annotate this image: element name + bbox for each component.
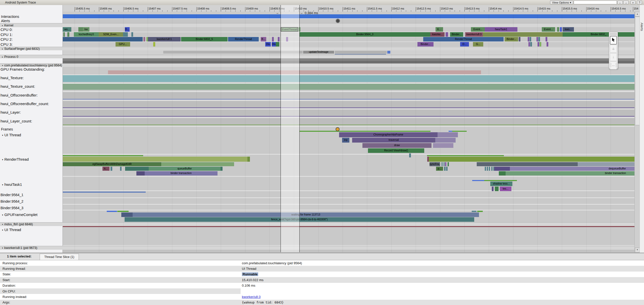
trace-slice[interactable] [276, 42, 279, 47]
trace-slice[interactable]: Event... [542, 27, 555, 32]
trace-slice[interactable]: traversal [352, 138, 435, 143]
trace-slice[interactable] [67, 32, 69, 37]
trace-slice[interactable]: Dis [265, 42, 271, 47]
trace-slice[interactable]: Binder... [505, 37, 518, 41]
trace-slice[interactable] [335, 54, 386, 55]
alert-marker[interactable]: ⚠ [336, 19, 340, 23]
trace-slice[interactable] [546, 37, 547, 41]
trace-slice[interactable] [578, 162, 634, 166]
trace-slice[interactable] [63, 155, 143, 156]
scroll-down-button[interactable]: ▼ [635, 248, 640, 252]
scroll-up-button[interactable]: ▲ [635, 12, 640, 17]
trace-slice[interactable]: syncFra... [430, 162, 440, 166]
trace-slice[interactable]: kschedfreq:0 [74, 32, 99, 37]
trace-slice[interactable]: binder transaction [506, 171, 634, 176]
trace-slice[interactable] [131, 32, 133, 37]
trace-slice[interactable] [121, 212, 133, 217]
trace-slice[interactable] [494, 167, 510, 171]
expander-icon[interactable]: ▸ [2, 24, 3, 28]
sidebar-item-hwuitask1[interactable]: ▾hwuiTask1 [2, 182, 22, 187]
back-button[interactable]: ← [617, 1, 623, 4]
trace-slice[interactable] [63, 75, 634, 82]
trace-slice[interactable] [63, 124, 634, 125]
trace-slice[interactable] [278, 37, 280, 41]
trace-slice[interactable] [485, 167, 486, 171]
sidebar-item-renderthread[interactable]: ▾RenderThread [2, 157, 29, 161]
trace-slice[interactable] [435, 138, 456, 143]
trace-slice[interactable] [63, 99, 634, 100]
trace-slice[interactable] [449, 131, 452, 132]
trace-slice[interactable] [272, 37, 274, 41]
search-input[interactable] [574, 1, 617, 4]
trace-slice[interactable] [221, 167, 223, 171]
help-button[interactable]: ? [637, 1, 642, 4]
trace-slice[interactable]: Record View#draw() [368, 148, 424, 153]
trace-slice[interactable]: kwo... [563, 27, 574, 32]
trace-slice[interactable] [136, 171, 145, 176]
trace-slice[interactable] [247, 157, 250, 162]
frame-marker[interactable] [336, 127, 340, 131]
trace-slice[interactable] [63, 32, 65, 37]
trace-slice[interactable] [120, 167, 122, 171]
trace-slice[interactable]: waiting for frame 113713 [133, 212, 479, 217]
trace-slice[interactable] [123, 32, 128, 37]
trace-slice[interactable] [387, 51, 390, 54]
trace-slice[interactable] [483, 32, 563, 37]
trace-slice[interactable] [111, 167, 112, 171]
view-options-button[interactable]: View Options ▾ [550, 1, 573, 4]
trace-slice[interactable]: kworker/u8:3 [465, 32, 483, 37]
pan-tool-button[interactable]: ↔↕ [610, 45, 617, 53]
expander-icon[interactable]: ▾ [2, 64, 3, 67]
trace-slice[interactable]: p... [436, 167, 443, 171]
trace-slice[interactable] [63, 116, 634, 117]
trace-slice[interactable]: B... [261, 37, 266, 41]
trace-slice[interactable] [472, 180, 484, 181]
trace-slice[interactable]: kw [83, 27, 89, 32]
trace-slice[interactable] [472, 211, 476, 212]
sidebar-item-ui-thread[interactable]: ▾UI Thread [2, 228, 21, 232]
trace-slice[interactable]: Choreographer#doFrame [339, 132, 438, 137]
trace-slice[interactable]: updateTexImage [303, 51, 334, 54]
trace-slice[interactable]: kworke... [430, 32, 445, 37]
trace-slice[interactable]: Binder:6832_5 [181, 37, 228, 41]
expander-icon[interactable]: ▾ [2, 158, 3, 161]
trace-slice[interactable] [429, 157, 634, 162]
expander-icon[interactable]: ▾ [2, 184, 3, 186]
trace-slice[interactable] [477, 211, 483, 212]
process-header-kworker-u8-1-pid-9673-[interactable]: ▾kworker/u8:1 (pid 9673) [0, 246, 644, 250]
trace-slice[interactable] [536, 37, 538, 41]
trace-slice[interactable] [557, 27, 559, 32]
trace-slice[interactable]: Binder:6832_ [563, 32, 634, 37]
trace-slice[interactable] [446, 32, 448, 37]
expander-icon[interactable]: ▾ [2, 229, 3, 231]
trace-slice[interactable]: GPU... [116, 42, 130, 47]
trace-slice[interactable] [63, 157, 249, 162]
trace-slice[interactable] [143, 37, 145, 41]
trace-slice[interactable] [63, 107, 634, 108]
zoom-tool-button[interactable]: ↓ [610, 53, 617, 61]
expander-icon[interactable]: ▾ [2, 214, 3, 216]
process-header-process-0[interactable]: ▸Process 0 [0, 55, 644, 58]
trace-slice[interactable] [445, 162, 446, 166]
trace-slice[interactable] [438, 132, 458, 137]
trace-slice[interactable] [78, 27, 83, 32]
trace-slice[interactable]: tes... [500, 187, 511, 191]
trace-slice[interactable] [495, 187, 499, 191]
trace-slice[interactable] [540, 42, 541, 47]
trace-slice[interactable] [538, 42, 539, 47]
trace-slice[interactable]: D... [460, 42, 469, 47]
trace-slice[interactable] [442, 162, 443, 166]
process-header-kernel[interactable]: ▸Kernel [0, 23, 644, 27]
trace-slice[interactable] [452, 131, 467, 132]
trace-slice[interactable] [484, 180, 517, 181]
trace-slice[interactable] [446, 167, 448, 171]
scrollbar-thumb[interactable] [635, 17, 640, 125]
trace-slice[interactable] [161, 162, 234, 166]
trace-slice[interactable] [125, 167, 149, 171]
expander-icon[interactable]: ▸ [2, 55, 3, 59]
trace-slice[interactable]: k... [102, 167, 110, 171]
process-header-mdss-fb0-pid-6848-[interactable]: ▾mdss_fb0 (pid 6848) [0, 222, 644, 226]
trace-slice[interactable] [529, 37, 531, 41]
trace-slice[interactable] [560, 27, 562, 32]
trace-slice[interactable]: Dis [272, 42, 276, 47]
